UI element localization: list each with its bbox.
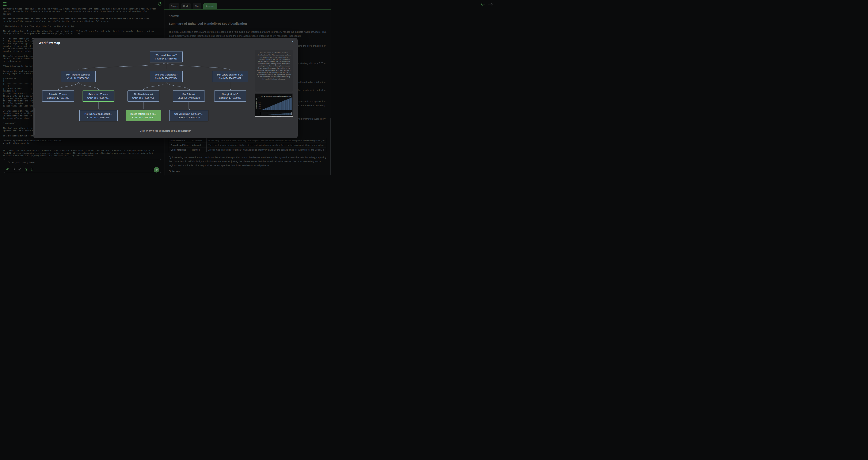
table-cell: The complex plane region was likely cent…	[207, 143, 326, 147]
node-chain-id: Chain ID: 1746867735	[132, 97, 154, 99]
table-cell: Increased	[190, 138, 207, 143]
workflow-node-theory[interactable]: Can you explain the theory ...Chain ID: …	[169, 110, 208, 121]
node-chain-id: Chain ID: 1746867694	[155, 77, 177, 79]
node-label: Can you explain the theory ...	[174, 112, 203, 115]
workflow-node-pj[interactable]: Plot Julia setChain ID: 1746867829	[173, 91, 205, 102]
moon-icon[interactable]	[158, 2, 162, 6]
node-chain-id: Chain ID: 1746870097	[132, 116, 154, 119]
table-row: Color MappingRefinedA color map (like 'v…	[169, 147, 327, 152]
table-cell: Points very close to the set's boundary …	[207, 138, 326, 143]
svg-text:80: 80	[285, 111, 286, 111]
modal-footer-hint: Click on any node to navigate to that co…	[33, 130, 298, 132]
workflow-map-modal: Workflow Map × Who was Fibonacci ?Chain …	[33, 38, 298, 138]
answer-paragraph: The initial visualization of the Mandelb…	[169, 30, 328, 38]
svg-text:20: 20	[267, 111, 268, 111]
node-chain-id: Chain ID: 1746869888	[219, 97, 241, 99]
node-chain-id: Chain ID: 1746867333	[47, 97, 69, 99]
node-label: Plot in Linear and Logarith...	[85, 112, 112, 115]
table-cell: Max Iterations	[169, 138, 190, 143]
outcome-heading: Outcome	[169, 170, 180, 173]
query-toolbar	[6, 168, 33, 171]
tab-code[interactable]: Code	[181, 3, 191, 9]
svg-text:100: 100	[291, 111, 293, 111]
node-label: Plot Fibonacci sequence	[66, 73, 90, 76]
workflow-node-e100[interactable]: Extend to 100 termsChain ID: 1746867407	[83, 91, 115, 102]
table-row: Zoom Level/ViewAdjustedThe complex plane…	[169, 143, 327, 147]
tab-query[interactable]: Query	[169, 3, 179, 9]
node-tooltip: The user wants to extend the previous vi…	[255, 50, 293, 92]
table-cell: Refined	[190, 147, 207, 152]
workflow-node-fib[interactable]: Plot Fibonacci sequenceChain ID: 1746867…	[61, 71, 96, 82]
node-label: Who was Mandelbrot ?	[155, 73, 177, 76]
section-title: Summary of Enhanced Mandelbrot Set Visua…	[169, 22, 247, 25]
table-cell: Zoom Level/View	[169, 143, 190, 147]
adjustments-table: Max IterationsIncreasedPoints very close…	[169, 138, 327, 152]
node-label: Plot Mandelbrot set	[134, 93, 153, 96]
svg-text:1e+0: 1e+0	[258, 110, 260, 110]
workflow-node-lorenz[interactable]: Plot Lorenz attractor in 2DChain ID: 174…	[212, 71, 248, 82]
node-label: Who was Fibonacci ?	[156, 54, 177, 56]
bookmark-icon[interactable]	[31, 168, 33, 171]
workflow-node-pm[interactable]: Plot Mandelbrot setChain ID: 1746867735	[127, 91, 159, 102]
node-label: Extend to 100 terms	[88, 93, 108, 96]
workflow-node-p3d[interactable]: Now plot it in 3DChain ID: 1746869888	[214, 91, 246, 102]
query-input[interactable]: Enter your query here	[4, 159, 161, 173]
tab-plot[interactable]: Plot	[193, 3, 202, 9]
svg-text:1e+21: 1e+21	[258, 97, 260, 98]
node-chain-id: Chain ID: 1746866927	[155, 57, 177, 60]
table-cell: A color map (like 'viridis' or similar) …	[207, 147, 326, 152]
modal-scrollbar-thumb[interactable]	[34, 108, 35, 135]
svg-text:Note: Y-axis is logarithmic du: Note: Y-axis is logarithmic due to expon…	[268, 95, 285, 96]
node-label: It does not look like a fra...	[130, 112, 156, 115]
filter-icon[interactable]	[25, 168, 28, 171]
answer-label: Answer:	[169, 14, 179, 18]
workflow-node-mandel[interactable]: Who was Mandelbrot ?Chain ID: 1746867694	[150, 71, 183, 82]
paperclip-icon[interactable]	[6, 168, 9, 171]
svg-text:1e+15: 1e+15	[258, 101, 260, 101]
svg-text:1e+6: 1e+6	[258, 106, 260, 107]
svg-text:1e+3: 1e+3	[258, 108, 260, 109]
tab-bar: QueryCodePlotAnswer	[164, 3, 331, 9]
svg-text:1e+12: 1e+12	[258, 102, 260, 103]
svg-text:60: 60	[279, 111, 280, 111]
send-button[interactable]	[154, 167, 159, 172]
svg-text:40: 40	[273, 111, 274, 111]
node-label: Extend to 50 terms	[49, 93, 67, 96]
query-placeholder: Enter your query here	[8, 161, 34, 164]
tab-underline	[164, 9, 331, 9]
svg-text:Fibonacci Number (log scale): Fibonacci Number (log scale)	[256, 98, 257, 109]
svg-text:1e+18: 1e+18	[258, 99, 260, 100]
svg-text:First 100 Terms of the Fibonac: First 100 Terms of the Fibonacci Sequenc…	[261, 96, 291, 97]
node-chain-id: Chain ID: 1746867407	[87, 97, 110, 99]
braces-icon[interactable]	[12, 168, 15, 171]
node-chain-id: Chain ID: 1746869692	[219, 77, 241, 79]
hamburger-menu-icon[interactable]	[3, 2, 7, 6]
workflow-node-e50[interactable]: Extend to 50 termsChain ID: 1746867333	[42, 91, 74, 102]
workflow-node-frac[interactable]: It does not look like a fra...Chain ID: …	[126, 110, 161, 121]
node-chain-id: Chain ID: 1746867149	[67, 77, 89, 79]
node-label: Plot Lorenz attractor in 2D	[217, 73, 243, 76]
node-label: Plot Julia set	[182, 93, 195, 96]
node-chain-id: Chain ID: 1746870030	[178, 116, 200, 119]
workflow-node-root[interactable]: Who was Fibonacci ?Chain ID: 1746866927	[150, 51, 183, 62]
table-row: Max IterationsIncreasedPoints very close…	[169, 138, 327, 143]
table-cell: Color Mapping	[169, 147, 190, 152]
workflow-node-linlog[interactable]: Plot in Linear and Logarith...Chain ID: …	[80, 110, 118, 121]
node-chain-id: Chain ID: 1746867829	[178, 97, 200, 99]
svg-text:1e+9: 1e+9	[258, 104, 260, 105]
chart-thumbnail: Note: Y-axis is logarithmic due to expon…	[255, 94, 293, 117]
svg-text:Position in Sequence: Position in Sequence	[272, 116, 281, 117]
table-cell: Adjusted	[190, 143, 207, 147]
link-icon[interactable]	[19, 168, 22, 171]
tab-answer[interactable]: Answer	[203, 3, 217, 9]
closing-paragraph: By increasing the resolution and maximum…	[169, 156, 328, 167]
node-chain-id: Chain ID: 1746867558	[87, 116, 110, 119]
node-label: Now plot it in 3D	[222, 93, 238, 96]
scrollbar-thumb[interactable]	[330, 118, 331, 175]
paper-plane-icon	[155, 168, 158, 171]
